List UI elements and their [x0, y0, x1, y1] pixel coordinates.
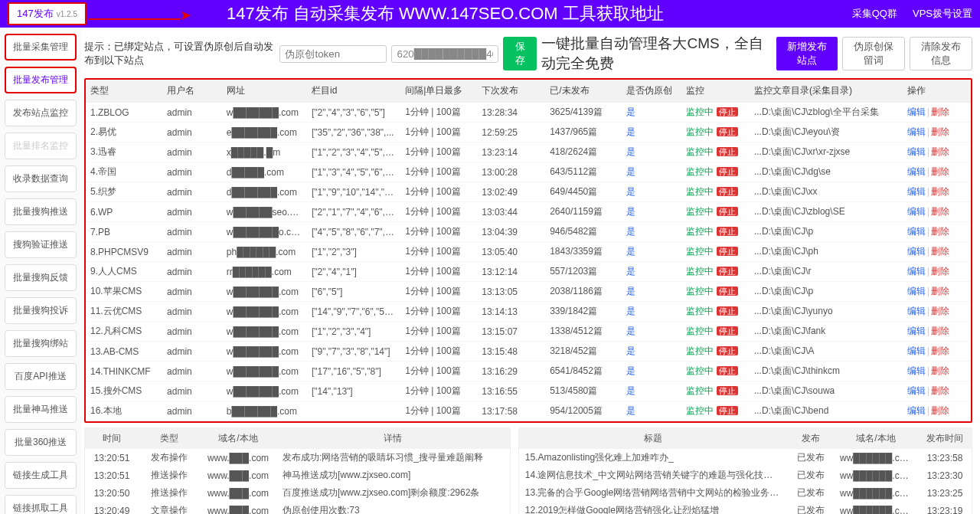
toggle-original[interactable]: 是: [626, 166, 635, 177]
toggle-original[interactable]: 是: [626, 226, 635, 237]
edit-link[interactable]: 编辑: [907, 405, 926, 416]
edit-link[interactable]: 编辑: [907, 186, 926, 197]
sidebar-item-11[interactable]: 批量神马推送: [5, 396, 77, 423]
sidebar-item-7[interactable]: 批量搜狗反馈: [5, 264, 77, 291]
table-row: 10.苹果CMSadminw███████.com["6","5"]1分钟 | …: [86, 282, 971, 302]
delete-link[interactable]: 删除: [931, 286, 949, 296]
stop-button[interactable]: 停止: [717, 406, 738, 415]
log-row: 13:20:50推送操作www.███.com百度推送成功[www.zjxseo…: [85, 484, 510, 502]
delete-link[interactable]: 删除: [931, 106, 949, 117]
toggle-original[interactable]: 是: [626, 146, 635, 157]
edit-link[interactable]: 编辑: [907, 106, 926, 117]
edit-link[interactable]: 编辑: [907, 246, 926, 257]
toggle-original[interactable]: 是: [626, 385, 635, 396]
delete-link[interactable]: 删除: [931, 166, 949, 177]
log-row: 13:20:51推送操作www.███.com神马推送成功[www.zjxseo…: [85, 467, 510, 484]
sidebar-item-8[interactable]: 批量搜狗投诉: [5, 297, 77, 324]
log-row: 14.途网信息技术_中文网站网络营销关键字的难题与强化技术细节已发布ww████…: [519, 467, 972, 484]
sidebar-item-9[interactable]: 批量搜狗绑站: [5, 330, 77, 357]
edit-link[interactable]: 编辑: [907, 206, 926, 217]
sidebar-item-4[interactable]: 收录数据查询: [5, 165, 77, 192]
delete-link[interactable]: 删除: [931, 206, 949, 217]
toggle-original[interactable]: 是: [626, 106, 635, 117]
table-row: 7.PBadminw███████o.com["4","5","8","6","…: [86, 222, 971, 242]
stop-button[interactable]: 停止: [717, 227, 738, 236]
toggle-original[interactable]: 是: [626, 266, 635, 277]
sidebar-item-13[interactable]: 链接生成工具: [5, 462, 77, 489]
sidebar-item-5[interactable]: 批量搜狗推送: [5, 198, 77, 225]
edit-link[interactable]: 编辑: [907, 166, 926, 177]
stop-button[interactable]: 停止: [717, 326, 738, 336]
delete-link[interactable]: 删除: [931, 306, 949, 316]
save-button[interactable]: 保存: [503, 37, 537, 70]
add-site-button[interactable]: 新增发布站点: [776, 37, 838, 70]
delete-link[interactable]: 删除: [931, 405, 949, 416]
link-qq-group[interactable]: 采集QQ群: [852, 7, 897, 21]
toggle-original[interactable]: 是: [626, 365, 635, 376]
sidebar-item-3[interactable]: 批量排名监控: [5, 133, 77, 159]
edit-link[interactable]: 编辑: [907, 365, 926, 376]
sidebar-item-0[interactable]: 批量采集管理: [5, 34, 77, 61]
table-row: 8.PHPCMSV9adminph██████.com["1","2","3"]…: [86, 242, 971, 262]
delete-link[interactable]: 删除: [931, 126, 949, 137]
stop-button[interactable]: 停止: [717, 107, 738, 116]
sidebar-item-2[interactable]: 发布站点监控: [5, 100, 77, 126]
edit-link[interactable]: 编辑: [907, 345, 926, 356]
delete-link[interactable]: 删除: [931, 326, 949, 336]
stop-button[interactable]: 停止: [717, 306, 738, 316]
log-left-table: 时间类型域名/本地详情13:20:51发布操作www.███.com发布成功:网…: [85, 428, 510, 514]
sidebar-item-12[interactable]: 批量360推送: [5, 429, 77, 456]
clear-button[interactable]: 清除发布信息: [910, 37, 972, 70]
toggle-original[interactable]: 是: [626, 186, 635, 197]
toggle-original[interactable]: 是: [626, 326, 635, 336]
stop-button[interactable]: 停止: [717, 346, 738, 355]
stop-button[interactable]: 停止: [717, 167, 738, 176]
edit-link[interactable]: 编辑: [907, 286, 926, 296]
site-table: 类型用户名网址栏目id间隔|单日最多下次发布已/未发布是否伪原创监控监控文章目录…: [86, 80, 971, 421]
log-row: 13:20:51发布操作www.███.com发布成功:网络营销的吸睛坏习惯_搜…: [85, 449, 510, 467]
edit-link[interactable]: 编辑: [907, 266, 926, 277]
delete-link[interactable]: 删除: [931, 365, 949, 376]
toggle-original[interactable]: 是: [626, 246, 635, 257]
sidebar-item-14[interactable]: 链接抓取工具: [5, 495, 77, 514]
edit-link[interactable]: 编辑: [907, 326, 926, 336]
sidebar-item-6[interactable]: 搜狗验证推送: [5, 231, 77, 258]
table-row: 11.云优CMSadminw███████.com["14","9","7","…: [86, 302, 971, 322]
toggle-original[interactable]: 是: [626, 286, 635, 296]
edit-link[interactable]: 编辑: [907, 306, 926, 316]
delete-link[interactable]: 删除: [931, 186, 949, 197]
toggle-original[interactable]: 是: [626, 405, 635, 416]
link-vps-settings[interactable]: VPS拨号设置: [913, 7, 972, 21]
stop-button[interactable]: 停止: [717, 207, 738, 216]
table-row: 1.ZBLOGadminw███████.com["2","4","3","6"…: [86, 103, 971, 123]
stop-button[interactable]: 停止: [717, 187, 738, 196]
edit-link[interactable]: 编辑: [907, 226, 926, 237]
delete-link[interactable]: 删除: [931, 146, 949, 157]
token-input[interactable]: [279, 45, 387, 63]
delete-link[interactable]: 删除: [931, 226, 949, 237]
toggle-original[interactable]: 是: [626, 126, 635, 137]
delete-link[interactable]: 删除: [931, 345, 949, 356]
table-row: 15.搜外CMSadminw███████.com["14","13"]1分钟 …: [86, 381, 971, 401]
log-row: 13.完备的合乎Google网络营销网络营销中文网站的检验业务流程已发布ww██…: [519, 484, 972, 502]
token-value[interactable]: [391, 45, 498, 63]
toggle-original[interactable]: 是: [626, 345, 635, 356]
edit-link[interactable]: 编辑: [907, 146, 926, 157]
stop-button[interactable]: 停止: [717, 286, 738, 296]
stop-button[interactable]: 停止: [717, 386, 738, 395]
toggle-original[interactable]: 是: [626, 306, 635, 316]
stop-button[interactable]: 停止: [717, 366, 738, 375]
sidebar-item-10[interactable]: 百度API推送: [5, 363, 77, 390]
toggle-original[interactable]: 是: [626, 206, 635, 217]
edit-link[interactable]: 编辑: [907, 385, 926, 396]
stop-button[interactable]: 停止: [717, 247, 738, 256]
stop-button[interactable]: 停止: [717, 147, 738, 156]
delete-link[interactable]: 删除: [931, 246, 949, 257]
delete-link[interactable]: 删除: [931, 385, 949, 396]
stop-button[interactable]: 停止: [717, 267, 738, 276]
sidebar-item-1[interactable]: 批量发布管理: [5, 67, 77, 93]
edit-link[interactable]: 编辑: [907, 126, 926, 137]
stop-button[interactable]: 停止: [717, 127, 738, 136]
keywords-button[interactable]: 伪原创保留词: [842, 37, 905, 70]
delete-link[interactable]: 删除: [931, 266, 949, 277]
